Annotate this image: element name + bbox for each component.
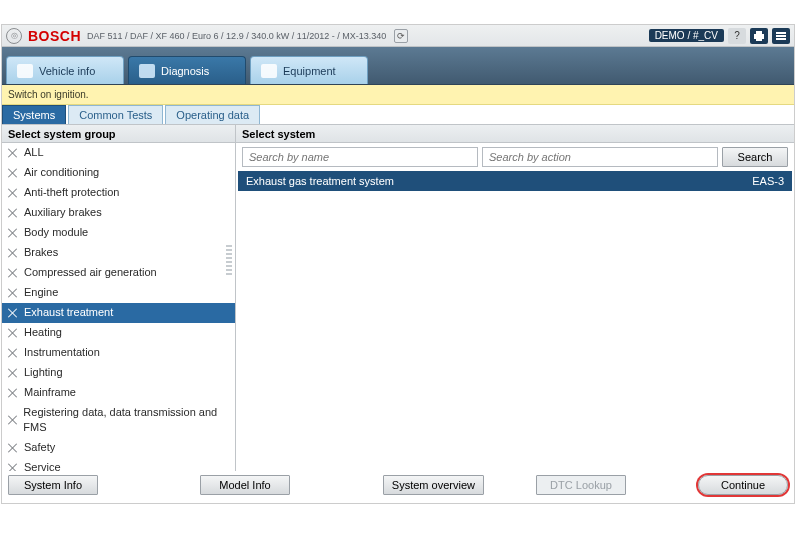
notice-bar: Switch on ignition. <box>2 85 794 105</box>
x-icon <box>8 208 18 218</box>
x-icon <box>8 328 18 338</box>
system-group-label: Mainframe <box>24 385 76 400</box>
x-icon <box>8 248 18 258</box>
x-icon <box>8 308 18 318</box>
system-group-item[interactable]: Lighting <box>2 363 235 383</box>
system-group-item[interactable]: ALL <box>2 143 235 163</box>
search-by-name-input[interactable] <box>242 147 478 167</box>
car-icon <box>17 64 33 78</box>
splitter-handle[interactable] <box>226 245 232 275</box>
system-group-label: Body module <box>24 225 88 240</box>
x-icon <box>8 288 18 298</box>
system-group-label: Anti-theft protection <box>24 185 119 200</box>
subtab-common-tests[interactable]: Common Tests <box>68 105 163 124</box>
tab-label: Equipment <box>283 65 336 77</box>
system-group-item[interactable]: Body module <box>2 223 235 243</box>
tab-equipment[interactable]: Equipment <box>250 56 368 84</box>
diagnosis-icon <box>139 64 155 78</box>
system-group-item[interactable]: Service <box>2 458 235 471</box>
system-group-label: Heating <box>24 325 62 340</box>
sub-nav: Systems Common Tests Operating data <box>2 105 794 125</box>
system-group-item[interactable]: Heating <box>2 323 235 343</box>
system-select-panel: Select system Search Exhaust gas treatme… <box>236 125 794 471</box>
header-right: DEMO / #_CV ? <box>649 28 790 44</box>
svg-rect-3 <box>776 32 786 34</box>
result-label: Exhaust gas treatment system <box>246 175 394 187</box>
x-icon <box>8 443 18 453</box>
search-button[interactable]: Search <box>722 147 788 167</box>
x-icon <box>8 415 17 425</box>
svg-rect-4 <box>776 35 786 37</box>
system-group-label: Auxiliary brakes <box>24 205 102 220</box>
system-group-item[interactable]: Auxiliary brakes <box>2 203 235 223</box>
system-group-header: Select system group <box>2 125 235 143</box>
content-panels: Select system group ALLAir conditioningA… <box>2 125 794 471</box>
system-group-label: Exhaust treatment <box>24 305 113 320</box>
system-group-label: Instrumentation <box>24 345 100 360</box>
x-icon <box>8 188 18 198</box>
system-group-item[interactable]: Safety <box>2 438 235 458</box>
notice-text: Switch on ignition. <box>8 89 89 100</box>
tab-label: Vehicle info <box>39 65 95 77</box>
result-code: EAS-3 <box>752 175 784 187</box>
equipment-icon <box>261 64 277 78</box>
system-group-item[interactable]: Brakes <box>2 243 235 263</box>
tab-vehicle-info[interactable]: Vehicle info <box>6 56 124 84</box>
dtc-lookup-button: DTC Lookup <box>536 475 626 495</box>
system-result-row[interactable]: Exhaust gas treatment system EAS-3 <box>238 171 792 191</box>
tab-diagnosis[interactable]: Diagnosis <box>128 56 246 84</box>
app-frame: ◎ BOSCH DAF 511 / DAF / XF 460 / Euro 6 … <box>1 24 795 504</box>
system-group-list[interactable]: ALLAir conditioningAnti-theft protection… <box>2 143 235 471</box>
header-bar: ◎ BOSCH DAF 511 / DAF / XF 460 / Euro 6 … <box>2 25 794 47</box>
x-icon <box>8 388 18 398</box>
brand-name: BOSCH <box>28 28 81 44</box>
system-group-item[interactable]: Compressed air generation <box>2 263 235 283</box>
system-group-label: Registering data, data transmission and … <box>23 405 229 435</box>
system-group-item[interactable]: Engine <box>2 283 235 303</box>
main-nav: Vehicle info Diagnosis Equipment <box>2 47 794 85</box>
system-group-panel: Select system group ALLAir conditioningA… <box>2 125 236 471</box>
footer-bar: System Info Model Info System overview D… <box>2 471 794 499</box>
refresh-icon[interactable]: ⟳ <box>394 29 408 43</box>
svg-rect-5 <box>776 38 786 40</box>
x-icon <box>8 168 18 178</box>
vehicle-descriptor: DAF 511 / DAF / XF 460 / Euro 6 / 12.9 /… <box>87 31 386 41</box>
model-info-button[interactable]: Model Info <box>200 475 290 495</box>
system-group-label: Safety <box>24 440 55 455</box>
system-group-item[interactable]: Registering data, data transmission and … <box>2 403 235 438</box>
continue-button[interactable]: Continue <box>698 475 788 495</box>
system-group-label: Air conditioning <box>24 165 99 180</box>
system-group-label: Engine <box>24 285 58 300</box>
print-icon[interactable] <box>750 28 768 44</box>
help-icon[interactable]: ? <box>728 28 746 44</box>
list-icon[interactable] <box>772 28 790 44</box>
subtab-systems[interactable]: Systems <box>2 105 66 124</box>
subtab-operating-data[interactable]: Operating data <box>165 105 260 124</box>
user-badge[interactable]: DEMO / #_CV <box>649 29 724 42</box>
x-icon <box>8 148 18 158</box>
system-group-item[interactable]: Anti-theft protection <box>2 183 235 203</box>
system-info-button[interactable]: System Info <box>8 475 98 495</box>
svg-rect-1 <box>756 31 762 34</box>
result-empty-area <box>236 191 794 471</box>
system-group-item[interactable]: Instrumentation <box>2 343 235 363</box>
system-overview-button[interactable]: System overview <box>383 475 484 495</box>
system-group-label: Service <box>24 460 61 471</box>
system-group-item[interactable]: Exhaust treatment <box>2 303 235 323</box>
svg-rect-2 <box>756 38 762 41</box>
x-icon <box>8 268 18 278</box>
search-bar: Search <box>236 143 794 171</box>
bosch-logo-icon: ◎ <box>6 28 22 44</box>
x-icon <box>8 228 18 238</box>
x-icon <box>8 348 18 358</box>
system-group-label: Compressed air generation <box>24 265 157 280</box>
x-icon <box>8 368 18 378</box>
system-group-item[interactable]: Mainframe <box>2 383 235 403</box>
system-group-item[interactable]: Air conditioning <box>2 163 235 183</box>
system-group-label: Lighting <box>24 365 63 380</box>
system-group-label: Brakes <box>24 245 58 260</box>
x-icon <box>8 463 18 472</box>
search-by-action-input[interactable] <box>482 147 718 167</box>
tab-label: Diagnosis <box>161 65 209 77</box>
system-select-header: Select system <box>236 125 794 143</box>
